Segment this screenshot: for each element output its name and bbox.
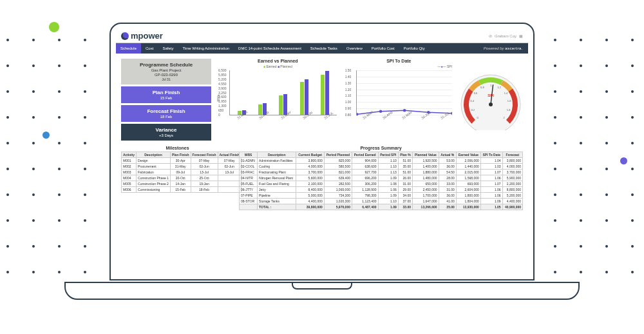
table-row[interactable]: M002Procurement31-May02-Jun02-Jun (122, 164, 242, 170)
user-name: Graham Coy (495, 34, 516, 38)
user-icon: ⊘ (489, 34, 492, 38)
user-menu[interactable]: ⊘ Graham Coy ▦ (489, 34, 523, 38)
svg-text:0.8: 0.8 (480, 86, 484, 89)
nav-safety[interactable]: Safety (158, 43, 178, 54)
table-row[interactable]: M003Fabrication09-Jul13-Jul13-Jul (122, 170, 242, 175)
powered-by: Powered by ascertra. (484, 46, 528, 50)
svg-point-2 (403, 109, 406, 112)
svg-point-1 (379, 110, 382, 113)
svg-point-0 (357, 113, 358, 115)
svg-text:1.4: 1.4 (504, 92, 508, 95)
table-row[interactable]: 05-FUELFuel Gas and Flaring2,100,000282,… (240, 181, 523, 187)
table-row[interactable]: 02-COOLCooling4,000,000580,500638,6001.1… (240, 164, 523, 170)
chart-earned-vs-planned: Earned vs Planned ■ Earned ■ Planned 000… (216, 59, 339, 141)
chart-spi-to-date: SPI To Date —●— SPI 0.800.901.001.101.20… (343, 59, 455, 141)
table-row[interactable]: M004Construction Phase 120-Oct25-Oct (122, 175, 242, 181)
nav-overview[interactable]: Overview (342, 43, 367, 54)
table-row[interactable]: M001Design30-Apr07-May07-May (122, 158, 242, 164)
menu-icon: ▦ (519, 34, 523, 38)
svg-text:0.2: 0.2 (471, 108, 475, 112)
card-programme: Programme Schedule Gas Plant Project GP-… (121, 59, 211, 84)
logo-icon (121, 32, 129, 40)
table-milestones: Milestones ActivityDescriptionPlan Finis… (121, 146, 234, 210)
svg-text:SPI: SPI (488, 93, 494, 97)
nav-cost[interactable]: Cost (141, 43, 158, 54)
table-row[interactable]: 01-ADMNAdministration Facilities3,800,00… (240, 158, 523, 164)
topbar: mpower ⊘ Graham Coy ▦ (116, 29, 528, 43)
svg-text:1.8: 1.8 (507, 108, 511, 112)
table-row[interactable]: 03-FRACFractionating Plant3,700,000821,0… (240, 170, 523, 175)
app-logo: mpower (121, 31, 163, 41)
nav-time-writing-administration[interactable]: Time Writing Administration (178, 43, 234, 54)
svg-text:1.2: 1.2 (497, 86, 501, 89)
table-progress-summary: Progress Summary WBSDescriptionCurrent B… (239, 146, 523, 210)
nav-schedule[interactable]: Schedule (116, 43, 141, 54)
nav-dmc-14-point-schedule-assessment[interactable]: DMC 14-point Schedule Assessment (234, 43, 306, 54)
table-row[interactable]: M006Commissioning15-Feb18-Feb (122, 187, 242, 193)
nav-portfolio-cost[interactable]: Portfolio Cost (367, 43, 399, 54)
table-row[interactable]: 06-JTTYJetty8,400,0001,065,0001,128,9001… (240, 187, 523, 193)
summary-cards: Programme Schedule Gas Plant Project GP-… (121, 59, 211, 141)
svg-text:0.4: 0.4 (471, 99, 475, 103)
svg-text:0.6: 0.6 (474, 92, 478, 95)
svg-point-4 (451, 112, 452, 115)
table-row[interactable]: 08-STORStorage Tanks4,400,0001,020,3001,… (240, 199, 523, 204)
nav-schedule-tasks[interactable]: Schedule Tasks (306, 43, 342, 54)
main-nav: ScheduleCostSafetyTime Writing Administr… (116, 43, 528, 54)
card-forecast-finish[interactable]: Forecast Finish 18 Feb (121, 105, 211, 122)
logo-text: mpower (131, 31, 163, 41)
laptop-base (64, 282, 580, 300)
table-row[interactable]: 04-NITRNitrogen Removal Plant5,600,00063… (240, 175, 523, 181)
nav-portfolio-qty[interactable]: Portfolio Qty (399, 43, 430, 54)
gauge-spi: 00.20.40.60.811.21.41.61.82SPI (459, 59, 523, 141)
svg-point-19 (489, 103, 493, 106)
svg-text:1.6: 1.6 (507, 99, 511, 103)
table-row[interactable]: M005Construction Phase 214-Jan19-Jan (122, 181, 242, 187)
card-plan-finish[interactable]: Plan Finish 15 Feb (121, 86, 211, 103)
table-row[interactable]: 07-PIPEPipeline5,000,000734,300798,3001.… (240, 193, 523, 199)
card-variance[interactable]: Variance +3 Days (121, 124, 211, 141)
